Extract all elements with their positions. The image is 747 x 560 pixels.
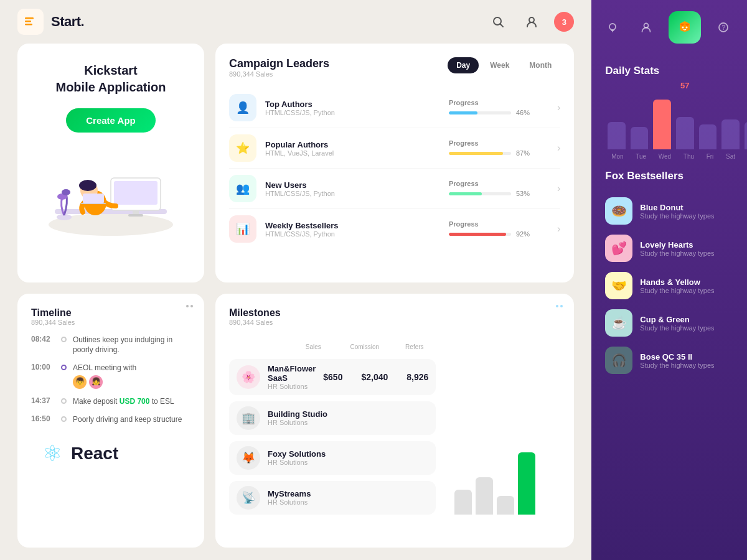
col-refers: Refers xyxy=(400,343,428,350)
progress-pct: 53% xyxy=(516,190,530,197)
timeline-item: 14:37 Make deposit USD 700 to ESL xyxy=(31,396,190,407)
milestones-list: Sales Comission Refers 🌸 Man&Flower SaaS… xyxy=(229,343,436,515)
svg-point-21 xyxy=(644,24,649,28)
bar xyxy=(631,127,649,149)
milestone-sub: HR Solutions xyxy=(268,498,311,506)
milestone-row: 🏢 Building Studio HR Solutions xyxy=(229,401,436,435)
app-header: Start. 3 xyxy=(0,0,591,44)
row-tech: HTML/CSS/JS, Python xyxy=(265,190,440,197)
milestone-icon: 🌸 xyxy=(237,365,260,389)
progress-bar: 92% xyxy=(449,230,548,238)
bar xyxy=(653,100,671,149)
daily-stats-peak: 57 xyxy=(680,81,689,90)
row-arrow[interactable]: › xyxy=(557,223,560,235)
timeline-menu[interactable] xyxy=(186,305,193,307)
milestone-info: Man&Flower SaaS HR Solutions xyxy=(268,364,316,390)
milestone-row: 📡 MyStreams HR Solutions xyxy=(229,481,436,515)
notification-badge[interactable]: 3 xyxy=(554,12,574,32)
timeline-content: Outlines keep you indulging in poorly dr… xyxy=(73,335,190,356)
svg-rect-9 xyxy=(114,181,157,205)
app-title: Start. xyxy=(51,14,84,30)
campaign-row: 📊 Weekly Bestsellers HTML/CSS/JS, Python… xyxy=(229,209,560,249)
search-button[interactable] xyxy=(487,11,509,33)
sidebar-icon-fox[interactable] xyxy=(669,11,701,44)
row-info: New Users HTML/CSS/JS, Python xyxy=(265,180,440,197)
row-icon: 👤 xyxy=(229,94,256,121)
sidebar-icon-user[interactable] xyxy=(635,16,657,39)
logo-icon xyxy=(17,9,44,35)
daily-bar-item xyxy=(631,127,649,149)
milestone-name: Foxy Solutions xyxy=(268,449,326,459)
row-icon: ⭐ xyxy=(229,134,256,162)
bestseller-info: Cup & Green Study the highway types xyxy=(640,315,714,332)
campaign-row: ⭐ Popular Authors HTML, VueJS, Laravel P… xyxy=(229,128,560,169)
progress-bar-bg xyxy=(449,192,511,195)
campaign-subtitle: 890,344 Sales xyxy=(229,70,329,78)
row-icon: 📊 xyxy=(229,215,256,243)
progress-section: Progress 53% xyxy=(449,180,548,197)
bestseller-name: Lovely Hearts xyxy=(640,240,714,250)
progress-bar: 87% xyxy=(449,149,548,157)
bestseller-subtitle: Study the highway types xyxy=(640,250,714,257)
sidebar-icon-lightbulb[interactable] xyxy=(601,16,624,39)
timeline-content: Make deposit USD 700 to ESL xyxy=(73,396,174,407)
daily-bar-item xyxy=(676,117,694,149)
svg-point-20 xyxy=(609,24,616,30)
svg-point-5 xyxy=(529,17,534,22)
progress-section: Progress 92% xyxy=(449,220,548,238)
daily-bar-item xyxy=(745,122,747,149)
bestseller-info: Lovely Hearts Study the highway types xyxy=(640,240,714,257)
milestone-info: Building Studio HR Solutions xyxy=(268,409,327,426)
svg-text:?: ? xyxy=(722,24,726,31)
avatar: 👦 xyxy=(73,375,87,389)
progress-bar-bg xyxy=(449,233,511,236)
row-arrow[interactable]: › xyxy=(557,102,560,113)
tab-month[interactable]: Month xyxy=(520,57,560,73)
bestseller-item: ☕ Cup & Green Study the highway types xyxy=(605,304,747,342)
milestone-info: Foxy Solutions HR Solutions xyxy=(268,449,326,466)
campaign-card: Campaign Leaders 890,344 Sales Day Week … xyxy=(215,44,574,282)
sidebar-icon-help[interactable]: ? xyxy=(712,16,735,39)
timeline-subtitle: 890,344 Sales xyxy=(31,319,190,326)
row-tech: HTML, VueJS, Laravel xyxy=(265,149,440,157)
daily-bar-item xyxy=(699,124,717,149)
bestseller-info: Hands & Yellow Study the highway types xyxy=(640,278,714,294)
progress-label: Progress xyxy=(449,139,548,147)
timeline-dot xyxy=(61,416,67,422)
svg-point-23 xyxy=(686,27,688,29)
milestone-sub: HR Solutions xyxy=(268,459,326,466)
timeline-item: 10:00 AEOL meeting with 👦 👧 xyxy=(31,363,190,389)
create-app-button[interactable]: Create App xyxy=(66,108,155,133)
campaign-row: 👥 New Users HTML/CSS/JS, Python Progress… xyxy=(229,169,560,209)
daily-stats-title: Daily Stats xyxy=(605,65,659,77)
bar-container xyxy=(676,117,694,149)
timeline-time: 08:42 xyxy=(31,335,55,343)
row-tech: HTML/CSS/JS, Python xyxy=(265,230,440,238)
tab-day[interactable]: Day xyxy=(448,57,479,73)
kickstart-card: Kickstart Mobile Application Create App xyxy=(17,44,204,282)
svg-rect-0 xyxy=(25,17,34,19)
timeline-card: Timeline 890,344 Sales 08:42 Outlines ke… xyxy=(17,294,204,548)
timeline-content: Poorly driving and keep structure xyxy=(73,414,182,425)
stat-commission-value: $2,040 xyxy=(361,372,388,382)
bestseller-info: Blue Donut Study the highway types xyxy=(640,203,714,220)
row-name: Weekly Bestsellers xyxy=(265,221,440,230)
milestones-title: Milestones xyxy=(229,307,281,319)
row-arrow[interactable]: › xyxy=(557,183,560,194)
progress-pct: 46% xyxy=(516,109,530,116)
row-arrow[interactable]: › xyxy=(557,142,560,154)
milestone-row: 🦊 Foxy Solutions HR Solutions xyxy=(229,441,436,475)
content-grid: Kickstart Mobile Application Create App xyxy=(0,44,591,560)
milestone-chart-bar xyxy=(497,496,514,515)
milestone-info: MyStreams HR Solutions xyxy=(268,489,311,506)
milestones-menu[interactable] xyxy=(556,305,563,307)
user-button[interactable] xyxy=(520,11,543,33)
bar xyxy=(608,122,626,149)
sidebar-top-icons: ? xyxy=(591,0,747,55)
kickstart-title: Kickstart Mobile Application xyxy=(55,62,166,96)
bar xyxy=(699,124,717,149)
fox-bestsellers-header: Fox Bestsellers xyxy=(605,170,747,182)
milestone-stats: $650 $2,040 8,926 xyxy=(323,372,428,382)
tab-week[interactable]: Week xyxy=(481,57,518,73)
progress-label: Progress xyxy=(449,180,548,187)
